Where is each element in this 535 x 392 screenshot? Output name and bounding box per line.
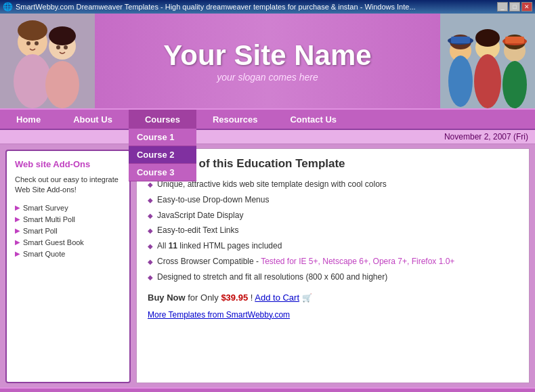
svg-point-8 bbox=[35, 41, 39, 45]
svg-point-10 bbox=[64, 45, 68, 49]
date-bar: November 2, 2007 (Fri) bbox=[0, 130, 535, 144]
sidebar-description: Check out our easy to integrate Web Site… bbox=[15, 175, 121, 196]
close-button[interactable]: ✕ bbox=[521, 2, 532, 12]
browser-icon: 🌐 bbox=[3, 2, 13, 12]
content-area: Features of this Education Template ◆ Un… bbox=[136, 148, 530, 383]
footer: Copyright © www.yoursitename.com - All R… bbox=[0, 387, 535, 392]
course2-item[interactable]: Course 2 bbox=[129, 146, 196, 164]
svg-point-19 bbox=[502, 61, 527, 108]
sidebar-link-quote[interactable]: ▶ Smart Quote bbox=[15, 250, 121, 258]
feature-item-7: ◆ Designed to stretch and fit all resolu… bbox=[148, 271, 518, 283]
arrow-icon: ▶ bbox=[15, 204, 20, 211]
course3-item[interactable]: Course 3 bbox=[129, 164, 196, 181]
bullet-icon: ◆ bbox=[148, 180, 153, 190]
minimize-button[interactable]: _ bbox=[497, 2, 508, 12]
svg-point-13 bbox=[448, 56, 473, 107]
header-center: Your Site Name your slogan comes here bbox=[95, 39, 440, 83]
sidebar-link-guestbook[interactable]: ▶ Smart Guest Book bbox=[15, 238, 121, 246]
arrow-icon: ▶ bbox=[15, 250, 20, 257]
svg-point-17 bbox=[475, 29, 500, 47]
site-title: Your Site Name bbox=[95, 39, 440, 72]
arrow-icon: ▶ bbox=[15, 215, 20, 223]
header-photo-left bbox=[0, 14, 95, 108]
svg-point-9 bbox=[56, 45, 60, 49]
nav-item-contact[interactable]: Contact Us bbox=[274, 110, 353, 129]
feature-list: ◆ Unique, attractive kids web site templ… bbox=[148, 179, 518, 283]
sidebar-link-multi-poll[interactable]: ▶ Smart Multi Poll bbox=[15, 215, 121, 223]
titlebar: 🌐 SmartWebby.com Dreamweaver Templates -… bbox=[0, 0, 535, 14]
more-templates-link[interactable]: More Templates from SmartWebby.com bbox=[148, 309, 518, 320]
bullet-icon: ◆ bbox=[148, 196, 153, 205]
svg-rect-24 bbox=[505, 37, 524, 43]
compat-link[interactable]: Tested for IE 5+, Netscape 6+, Opera 7+,… bbox=[261, 257, 454, 266]
header-photo-right bbox=[440, 14, 535, 108]
maximize-button[interactable]: □ bbox=[509, 2, 520, 12]
date-text: November 2, 2007 (Fri) bbox=[444, 132, 528, 141]
titlebar-title: SmartWebby.com Dreamweaver Templates - H… bbox=[16, 3, 416, 11]
svg-point-6 bbox=[49, 26, 76, 45]
price-text: $39.95 bbox=[221, 292, 248, 303]
svg-point-3 bbox=[18, 20, 47, 41]
course1-item[interactable]: Course 1 bbox=[129, 129, 196, 146]
sidebar-link-poll[interactable]: ▶ Smart Poll bbox=[15, 227, 121, 235]
cart-icon: 🛒 bbox=[302, 293, 312, 303]
courses-dropdown: Course 1 Course 2 Course 3 bbox=[129, 129, 196, 181]
sidebar: Web site Add-Ons Check out our easy to i… bbox=[5, 150, 131, 383]
bullet-icon: ◆ bbox=[148, 273, 153, 282]
feature-item-2: ◆ Easy-to-use Drop-down Menus bbox=[148, 194, 518, 206]
nav-item-resources[interactable]: Resources bbox=[196, 110, 274, 129]
titlebar-left: 🌐 SmartWebby.com Dreamweaver Templates -… bbox=[3, 2, 416, 12]
content-title: Features of this Education Template bbox=[148, 157, 518, 171]
sidebar-title: Web site Add-Ons bbox=[15, 159, 121, 169]
arrow-icon: ▶ bbox=[15, 227, 20, 234]
add-to-cart-link[interactable]: Add to Cart bbox=[255, 292, 299, 303]
feature-item-4: ◆ Easy-to-edit Text Links bbox=[148, 225, 518, 236]
sidebar-link-survey[interactable]: ▶ Smart Survey bbox=[15, 204, 121, 212]
feature-item-5: ◆ All 11 linked HTML pages included bbox=[148, 240, 518, 252]
arrow-icon: ▶ bbox=[15, 238, 20, 246]
feature-item-6: ◆ Cross Browser Compatible - Tested for … bbox=[148, 256, 518, 267]
svg-point-5 bbox=[45, 61, 79, 108]
bullet-icon: ◆ bbox=[148, 257, 153, 267]
svg-point-7 bbox=[26, 41, 30, 45]
buy-line: Buy Now for Only $39.95 ! Add to Cart 🛒 bbox=[148, 292, 518, 303]
site-slogan: your slogan comes here bbox=[95, 72, 440, 83]
bullet-icon: ◆ bbox=[148, 226, 153, 236]
svg-rect-22 bbox=[451, 37, 470, 43]
buy-for-text: for Only bbox=[188, 292, 221, 303]
nav-item-courses[interactable]: Courses Course 1 Course 2 Course 3 bbox=[129, 110, 196, 129]
buy-now-text: Buy Now bbox=[148, 292, 186, 303]
feature-item-3: ◆ JavaScript Date Display bbox=[148, 210, 518, 221]
titlebar-controls[interactable]: _ □ ✕ bbox=[497, 2, 532, 12]
bullet-icon: ◆ bbox=[148, 211, 153, 221]
feature-item-1: ◆ Unique, attractive kids web site templ… bbox=[148, 179, 518, 190]
nav-item-about[interactable]: About Us bbox=[57, 110, 129, 129]
site-header: Your Site Name your slogan comes here bbox=[0, 14, 535, 108]
navbar: Home About Us Courses Course 1 Course 2 … bbox=[0, 108, 535, 130]
svg-point-16 bbox=[474, 54, 501, 108]
main-wrapper: Web site Add-Ons Check out our easy to i… bbox=[0, 144, 535, 387]
bullet-icon: ◆ bbox=[148, 242, 153, 251]
nav-item-home[interactable]: Home bbox=[0, 110, 57, 129]
